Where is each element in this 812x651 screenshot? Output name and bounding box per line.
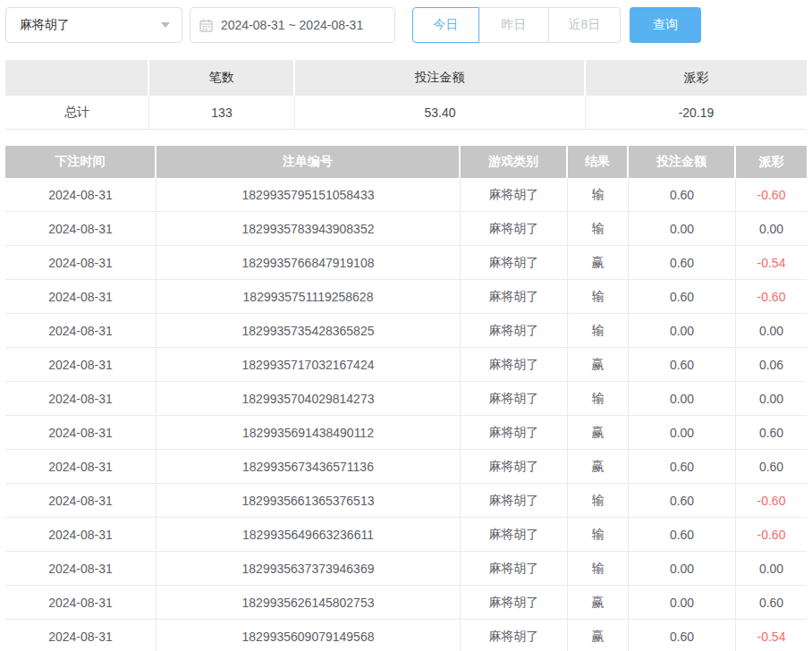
- summary-header-empty: [5, 60, 149, 96]
- cell-game-type: 麻将胡了: [461, 382, 568, 415]
- summary-header-payout: 派彩: [586, 60, 807, 96]
- cell-game-type: 麻将胡了: [461, 348, 568, 381]
- summary-header-count: 笔数: [149, 60, 295, 96]
- cell-payout: -0.60: [736, 484, 807, 517]
- cell-result: 输: [568, 484, 629, 517]
- bets-header-row: 下注时间 注单编号 游戏类别 结果 投注金额 派彩: [5, 146, 807, 178]
- table-row: 2024-08-31 1829935704029814273 麻将胡了 输 0.…: [5, 382, 807, 416]
- cell-bet-id: 1829935735428365825: [156, 314, 461, 347]
- cell-game-type: 麻将胡了: [461, 416, 568, 449]
- cell-result: 赢: [568, 620, 629, 651]
- cell-bet-amount: 0.60: [629, 620, 736, 651]
- table-row: 2024-08-31 1829935766847919108 麻将胡了 赢 0.…: [5, 246, 807, 280]
- cell-payout: 0.60: [736, 450, 807, 483]
- toolbar: 麻将胡了 2024-08-31 ~ 2024-08-31 今日 昨日 近8日 查…: [0, 0, 812, 43]
- cell-result: 赢: [568, 416, 629, 449]
- cell-payout: -0.60: [736, 178, 807, 211]
- cell-bet-id: 1829935795151058433: [156, 178, 461, 211]
- query-button[interactable]: 查询: [630, 7, 701, 43]
- cell-payout: 0.60: [736, 586, 807, 619]
- header-result: 结果: [568, 146, 629, 178]
- cell-bet-amount: 0.00: [629, 552, 736, 585]
- cell-game-type: 麻将胡了: [461, 586, 568, 619]
- cell-bet-time: 2024-08-31: [5, 314, 156, 347]
- cell-bet-id: 1829935751119258628: [156, 280, 461, 313]
- cell-bet-time: 2024-08-31: [5, 246, 156, 279]
- bets-table-body: 2024-08-31 1829935795151058433 麻将胡了 输 0.…: [5, 178, 807, 651]
- game-select[interactable]: 麻将胡了: [5, 7, 182, 43]
- today-button[interactable]: 今日: [412, 7, 479, 43]
- cell-game-type: 麻将胡了: [461, 518, 568, 551]
- cell-payout: 0.00: [736, 314, 807, 347]
- cell-bet-id: 1829935626145802753: [156, 586, 461, 619]
- calendar-icon: [199, 19, 213, 32]
- table-row: 2024-08-31 1829935626145802753 麻将胡了 赢 0.…: [5, 586, 807, 620]
- summary-total-payout: -20.19: [586, 96, 807, 129]
- last-8-days-button[interactable]: 近8日: [549, 7, 621, 43]
- date-range-input[interactable]: 2024-08-31 ~ 2024-08-31: [190, 7, 395, 43]
- header-payout: 派彩: [736, 146, 807, 178]
- cell-bet-id: 1829935783943908352: [156, 212, 461, 245]
- table-row: 2024-08-31 1829935673436571136 麻将胡了 赢 0.…: [5, 450, 807, 484]
- cell-bet-time: 2024-08-31: [5, 212, 156, 245]
- table-row: 2024-08-31 1829935661365376513 麻将胡了 输 0.…: [5, 484, 807, 518]
- cell-game-type: 麻将胡了: [461, 620, 568, 651]
- cell-bet-amount: 0.60: [629, 246, 736, 279]
- summary-header-bet-amount: 投注金额: [295, 60, 586, 96]
- cell-bet-amount: 0.00: [629, 212, 736, 245]
- game-select-value: 麻将胡了: [20, 17, 70, 33]
- cell-payout: -0.60: [736, 518, 807, 551]
- cell-bet-id: 1829935649663236611: [156, 518, 461, 551]
- cell-payout: -0.54: [736, 620, 807, 651]
- header-bet-id: 注单编号: [156, 146, 461, 178]
- cell-bet-time: 2024-08-31: [5, 382, 156, 415]
- cell-bet-time: 2024-08-31: [5, 518, 156, 551]
- table-row: 2024-08-31 1829935691438490112 麻将胡了 赢 0.…: [5, 416, 807, 450]
- summary-total-row: 总计 133 53.40 -20.19: [5, 96, 807, 130]
- cell-payout: 0.00: [736, 382, 807, 415]
- header-game-type: 游戏类别: [461, 146, 568, 178]
- cell-bet-time: 2024-08-31: [5, 484, 156, 517]
- cell-bet-amount: 0.00: [629, 416, 736, 449]
- date-range-value: 2024-08-31 ~ 2024-08-31: [221, 18, 363, 32]
- table-row: 2024-08-31 1829935609079149568 麻将胡了 赢 0.…: [5, 620, 807, 651]
- cell-game-type: 麻将胡了: [461, 178, 568, 211]
- cell-payout: -0.54: [736, 246, 807, 279]
- summary-total-count: 133: [149, 96, 295, 129]
- cell-result: 赢: [568, 586, 629, 619]
- cell-bet-time: 2024-08-31: [5, 178, 156, 211]
- cell-payout: -0.60: [736, 280, 807, 313]
- cell-game-type: 麻将胡了: [461, 450, 568, 483]
- cell-bet-id: 1829935637373946369: [156, 552, 461, 585]
- summary-total-bet-amount: 53.40: [295, 96, 586, 129]
- cell-result: 赢: [568, 450, 629, 483]
- cell-payout: 0.06: [736, 348, 807, 381]
- cell-bet-time: 2024-08-31: [5, 450, 156, 483]
- cell-game-type: 麻将胡了: [461, 484, 568, 517]
- cell-bet-id: 1829935609079149568: [156, 620, 461, 651]
- cell-bet-id: 1829935691438490112: [156, 416, 461, 449]
- cell-result: 输: [568, 178, 629, 211]
- table-row: 2024-08-31 1829935649663236611 麻将胡了 输 0.…: [5, 518, 807, 552]
- yesterday-button[interactable]: 昨日: [479, 7, 549, 43]
- cell-result: 赢: [568, 348, 629, 381]
- cell-bet-amount: 0.00: [629, 382, 736, 415]
- cell-bet-time: 2024-08-31: [5, 620, 156, 651]
- cell-game-type: 麻将胡了: [461, 212, 568, 245]
- table-row: 2024-08-31 1829935783943908352 麻将胡了 输 0.…: [5, 212, 807, 246]
- table-row: 2024-08-31 1829935717032167424 麻将胡了 赢 0.…: [5, 348, 807, 382]
- table-row: 2024-08-31 1829935751119258628 麻将胡了 输 0.…: [5, 280, 807, 314]
- cell-game-type: 麻将胡了: [461, 314, 568, 347]
- cell-bet-time: 2024-08-31: [5, 348, 156, 381]
- cell-bet-id: 1829935661365376513: [156, 484, 461, 517]
- bets-table: 下注时间 注单编号 游戏类别 结果 投注金额 派彩 2024-08-31 182…: [5, 146, 807, 651]
- cell-bet-amount: 0.60: [629, 178, 736, 211]
- cell-payout: 0.00: [736, 212, 807, 245]
- cell-result: 输: [568, 314, 629, 347]
- header-bet-time: 下注时间: [5, 146, 156, 178]
- cell-game-type: 麻将胡了: [461, 246, 568, 279]
- summary-table: 笔数 投注金额 派彩 总计 133 53.40 -20.19: [5, 60, 807, 130]
- table-row: 2024-08-31 1829935637373946369 麻将胡了 输 0.…: [5, 552, 807, 586]
- header-bet-amount: 投注金额: [629, 146, 736, 178]
- cell-result: 赢: [568, 246, 629, 279]
